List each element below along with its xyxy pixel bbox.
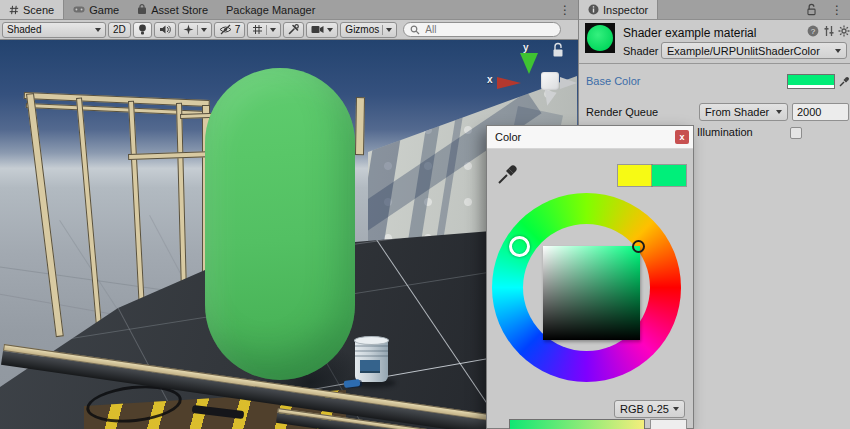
- inspector-tabbar: Inspector ⋮: [579, 0, 850, 20]
- effects-sparkle-icon: [183, 24, 194, 35]
- color-eyedropper-icon[interactable]: [497, 163, 519, 185]
- 2d-toggle-button[interactable]: 2D: [108, 22, 131, 38]
- color-mode-label: RGB 0-255: [620, 403, 669, 415]
- gizmos-dropdown[interactable]: Gizmos: [340, 22, 397, 38]
- light-bulb-icon: [138, 24, 147, 36]
- chevron-down-icon: [95, 28, 101, 32]
- tab-inspector[interactable]: Inspector: [579, 0, 658, 19]
- speaker-icon: [159, 24, 171, 35]
- eyedropper-button[interactable]: [837, 74, 850, 89]
- render-queue-dropdown[interactable]: From Shader: [699, 103, 788, 121]
- bucket-label: [360, 360, 380, 373]
- close-icon: x: [679, 132, 684, 142]
- 2d-label: 2D: [113, 24, 126, 35]
- info-icon: [588, 4, 599, 15]
- chevron-down-icon: [201, 28, 207, 32]
- chevron-down-icon: [386, 28, 392, 32]
- render-queue-input[interactable]: [792, 103, 849, 121]
- illumination-label: Illumination: [697, 126, 753, 138]
- scene-search-field[interactable]: [403, 22, 561, 37]
- lighting-toggle-button[interactable]: [133, 22, 152, 38]
- shader-value: Example/URPUnlitShaderColor: [667, 45, 831, 57]
- red-channel-slider[interactable]: [509, 419, 645, 429]
- help-icon[interactable]: ?: [807, 25, 819, 37]
- color-mode-dropdown[interactable]: RGB 0-255: [614, 400, 685, 418]
- saturation-value-selector[interactable]: [632, 240, 645, 253]
- color-picker-dialog: Color x RGB 0-255: [486, 125, 694, 429]
- asset-store-bag-icon: [137, 4, 147, 15]
- frame-mid-rail: [128, 151, 208, 160]
- gizmo-y-label[interactable]: y: [523, 42, 529, 53]
- chevron-down-icon: [835, 49, 841, 53]
- saturation-value-square[interactable]: [543, 246, 640, 340]
- tab-game-label: Game: [89, 4, 119, 16]
- scene-hash-icon: [9, 5, 19, 15]
- shader-dropdown[interactable]: Example/URPUnlitShaderColor: [661, 42, 847, 59]
- render-queue-mode: From Shader: [705, 106, 772, 118]
- tab-scene[interactable]: Scene: [0, 0, 64, 19]
- capsule-object[interactable]: [205, 68, 355, 380]
- tab-asset-store-label: Asset Store: [151, 4, 208, 16]
- presets-icon[interactable]: [823, 25, 835, 37]
- material-name: Shader example material: [623, 26, 756, 40]
- frame-stud: [76, 97, 103, 335]
- grid-icon: [252, 24, 263, 35]
- gamepad-icon: [73, 5, 85, 14]
- unity-editor-window: Scene Game Asset Store Package Manager ⋮: [0, 0, 850, 429]
- eyedropper-icon: [839, 76, 850, 87]
- tab-asset-store[interactable]: Asset Store: [128, 0, 217, 19]
- shader-label: Shader: [623, 45, 658, 57]
- camera-dropdown-button[interactable]: [306, 22, 338, 38]
- tab-game[interactable]: Game: [64, 0, 128, 19]
- tool-settings-button[interactable]: [283, 22, 304, 38]
- alpha-strip: [788, 85, 834, 88]
- effects-dropdown-button[interactable]: [178, 22, 212, 38]
- illumination-checkbox[interactable]: [790, 127, 802, 139]
- bucket-ridges: [355, 345, 388, 359]
- close-button[interactable]: x: [675, 130, 689, 144]
- previous-color-swatch[interactable]: [618, 165, 652, 186]
- gizmos-label: Gizmos: [345, 24, 379, 35]
- hidden-objects-button[interactable]: 7: [214, 22, 246, 38]
- inspector-panel-menu-icon[interactable]: ⋮: [824, 0, 850, 19]
- base-color-label: Base Color: [586, 75, 640, 87]
- color-dialog-titlebar[interactable]: Color x: [487, 126, 693, 149]
- separator: [197, 25, 198, 35]
- inspector-lock-icon[interactable]: [799, 0, 824, 19]
- chevron-down-icon: [270, 28, 276, 32]
- audio-toggle-button[interactable]: [154, 22, 176, 38]
- render-queue-label: Render Queue: [586, 106, 658, 118]
- tab-package-manager[interactable]: Package Manager: [217, 0, 324, 19]
- grid-snap-dropdown-button[interactable]: [247, 22, 281, 38]
- material-preview[interactable]: [585, 23, 615, 53]
- gizmo-center-cube[interactable]: [541, 72, 559, 90]
- color-dialog-title: Color: [495, 131, 521, 143]
- tab-inspector-label: Inspector: [603, 4, 648, 16]
- chevron-down-icon: [673, 407, 679, 411]
- base-color-swatch[interactable]: [787, 74, 835, 89]
- gizmo-x-axis-cone[interactable]: [497, 77, 521, 89]
- current-color-swatch[interactable]: [652, 165, 686, 186]
- wall-corner-stud: [355, 97, 365, 155]
- red-channel-value-field[interactable]: [650, 419, 687, 429]
- hue-selector[interactable]: [509, 236, 530, 257]
- gizmo-x-label[interactable]: x: [487, 74, 493, 85]
- chevron-down-icon: [327, 28, 333, 32]
- scene-search-input[interactable]: [423, 23, 533, 36]
- scene-panel-menu-icon[interactable]: ⋮: [552, 0, 578, 19]
- separator: [382, 25, 383, 35]
- scene-lock-icon[interactable]: [551, 42, 565, 58]
- chevron-down-icon: [776, 110, 782, 114]
- shading-mode-dropdown[interactable]: Shaded: [2, 22, 106, 38]
- separator: [266, 25, 267, 35]
- divider: [579, 63, 850, 64]
- gear-icon[interactable]: [838, 25, 850, 37]
- video-camera-icon: [311, 25, 324, 34]
- gizmo-z-axis-cone[interactable]: [560, 77, 577, 89]
- tab-package-manager-label: Package Manager: [226, 4, 315, 16]
- shading-mode-label: Shaded: [7, 24, 41, 35]
- bucket-rim: [354, 336, 389, 345]
- gizmo-y-axis-cone[interactable]: [520, 53, 538, 74]
- svg-text:?: ?: [811, 27, 816, 36]
- frame-stud: [26, 93, 64, 337]
